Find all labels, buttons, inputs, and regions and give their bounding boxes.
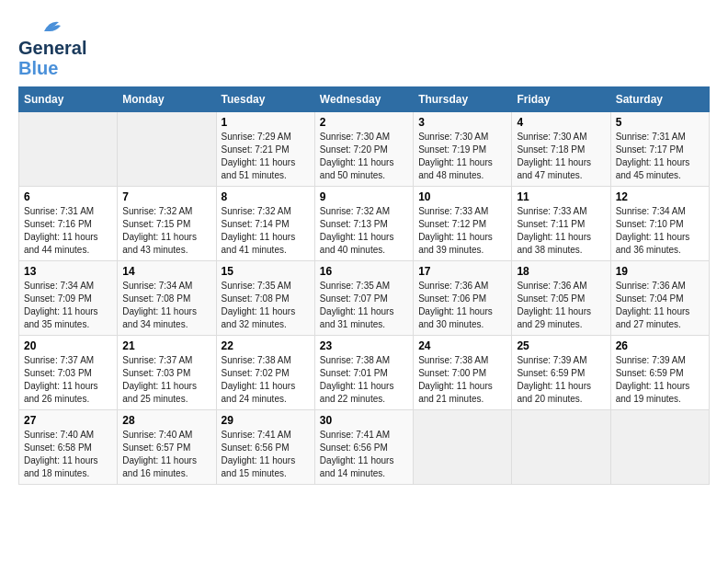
weekday-header-thursday: Thursday xyxy=(414,87,512,112)
calendar-cell: 26Sunrise: 7:39 AMSunset: 6:59 PMDayligh… xyxy=(610,336,709,410)
day-info: Sunrise: 7:40 AMSunset: 6:58 PMDaylight:… xyxy=(24,429,112,480)
day-number: 27 xyxy=(24,414,112,427)
calendar-cell: 13Sunrise: 7:34 AMSunset: 7:09 PMDayligh… xyxy=(19,261,118,336)
day-number: 17 xyxy=(418,265,506,278)
calendar-cell: 21Sunrise: 7:37 AMSunset: 7:03 PMDayligh… xyxy=(118,336,216,410)
logo: General Blue xyxy=(18,18,63,77)
day-number: 10 xyxy=(418,190,506,203)
weekday-header-wednesday: Wednesday xyxy=(314,87,413,112)
day-info: Sunrise: 7:30 AMSunset: 7:19 PMDaylight:… xyxy=(418,131,506,182)
calendar-cell: 16Sunrise: 7:35 AMSunset: 7:07 PMDayligh… xyxy=(314,261,413,336)
day-number: 6 xyxy=(24,190,112,203)
day-number: 12 xyxy=(616,190,704,203)
day-number: 8 xyxy=(222,190,310,203)
day-info: Sunrise: 7:38 AMSunset: 7:01 PMDaylight:… xyxy=(320,354,408,406)
day-info: Sunrise: 7:37 AMSunset: 7:03 PMDaylight:… xyxy=(24,354,112,406)
day-info: Sunrise: 7:31 AMSunset: 7:16 PMDaylight:… xyxy=(24,205,112,257)
day-number: 28 xyxy=(122,414,210,427)
calendar-cell: 14Sunrise: 7:34 AMSunset: 7:08 PMDayligh… xyxy=(118,261,216,336)
calendar-cell: 9Sunrise: 7:32 AMSunset: 7:13 PMDaylight… xyxy=(314,187,413,261)
day-number: 30 xyxy=(320,414,408,427)
week-row-1: 1Sunrise: 7:29 AMSunset: 7:21 PMDaylight… xyxy=(19,112,710,187)
day-number: 4 xyxy=(517,116,605,129)
day-info: Sunrise: 7:35 AMSunset: 7:08 PMDaylight:… xyxy=(222,280,310,331)
day-number: 9 xyxy=(320,190,408,203)
day-number: 25 xyxy=(517,339,605,352)
day-info: Sunrise: 7:33 AMSunset: 7:11 PMDaylight:… xyxy=(517,205,605,257)
day-number: 20 xyxy=(24,339,112,352)
calendar-cell: 3Sunrise: 7:30 AMSunset: 7:19 PMDaylight… xyxy=(414,112,512,187)
weekday-header-friday: Friday xyxy=(512,87,610,112)
day-number: 24 xyxy=(418,339,506,352)
calendar-cell xyxy=(610,410,709,485)
calendar-cell: 1Sunrise: 7:29 AMSunset: 7:21 PMDaylight… xyxy=(216,112,314,187)
calendar-cell: 27Sunrise: 7:40 AMSunset: 6:58 PMDayligh… xyxy=(19,410,118,485)
day-info: Sunrise: 7:31 AMSunset: 7:17 PMDaylight:… xyxy=(616,131,704,182)
day-info: Sunrise: 7:32 AMSunset: 7:15 PMDaylight:… xyxy=(122,205,210,257)
calendar-cell: 19Sunrise: 7:36 AMSunset: 7:04 PMDayligh… xyxy=(610,261,709,336)
day-number: 16 xyxy=(320,265,408,278)
day-number: 22 xyxy=(222,339,310,352)
calendar-cell: 17Sunrise: 7:36 AMSunset: 7:06 PMDayligh… xyxy=(414,261,512,336)
weekday-header-monday: Monday xyxy=(118,87,216,112)
day-number: 19 xyxy=(616,265,704,278)
day-info: Sunrise: 7:33 AMSunset: 7:12 PMDaylight:… xyxy=(418,205,506,257)
calendar-cell: 18Sunrise: 7:36 AMSunset: 7:05 PMDayligh… xyxy=(512,261,610,336)
day-number: 11 xyxy=(517,190,605,203)
day-number: 7 xyxy=(122,190,210,203)
day-number: 14 xyxy=(122,265,210,278)
calendar-cell: 24Sunrise: 7:38 AMSunset: 7:00 PMDayligh… xyxy=(414,336,512,410)
calendar-cell: 12Sunrise: 7:34 AMSunset: 7:10 PMDayligh… xyxy=(610,187,709,261)
day-info: Sunrise: 7:32 AMSunset: 7:13 PMDaylight:… xyxy=(320,205,408,257)
day-info: Sunrise: 7:34 AMSunset: 7:10 PMDaylight:… xyxy=(616,205,704,257)
week-row-3: 13Sunrise: 7:34 AMSunset: 7:09 PMDayligh… xyxy=(19,261,710,336)
day-info: Sunrise: 7:34 AMSunset: 7:08 PMDaylight:… xyxy=(122,280,210,331)
week-row-4: 20Sunrise: 7:37 AMSunset: 7:03 PMDayligh… xyxy=(19,336,710,410)
day-number: 13 xyxy=(24,265,112,278)
day-number: 26 xyxy=(616,339,704,352)
calendar-cell xyxy=(19,112,118,187)
calendar-cell: 23Sunrise: 7:38 AMSunset: 7:01 PMDayligh… xyxy=(314,336,413,410)
calendar-cell xyxy=(512,410,610,485)
day-number: 23 xyxy=(320,339,408,352)
day-info: Sunrise: 7:36 AMSunset: 7:04 PMDaylight:… xyxy=(616,280,704,331)
day-info: Sunrise: 7:34 AMSunset: 7:09 PMDaylight:… xyxy=(24,280,112,331)
day-info: Sunrise: 7:30 AMSunset: 7:18 PMDaylight:… xyxy=(517,131,605,182)
day-number: 3 xyxy=(418,116,506,129)
calendar-cell: 30Sunrise: 7:41 AMSunset: 6:56 PMDayligh… xyxy=(314,410,413,485)
day-info: Sunrise: 7:38 AMSunset: 7:00 PMDaylight:… xyxy=(418,354,506,406)
weekday-header-tuesday: Tuesday xyxy=(216,87,314,112)
page-header: General Blue xyxy=(18,18,710,77)
day-number: 29 xyxy=(222,414,310,427)
calendar-cell: 4Sunrise: 7:30 AMSunset: 7:18 PMDaylight… xyxy=(512,112,610,187)
day-info: Sunrise: 7:30 AMSunset: 7:20 PMDaylight:… xyxy=(320,131,408,182)
day-info: Sunrise: 7:38 AMSunset: 7:02 PMDaylight:… xyxy=(222,354,310,406)
calendar-cell: 22Sunrise: 7:38 AMSunset: 7:02 PMDayligh… xyxy=(216,336,314,410)
day-info: Sunrise: 7:37 AMSunset: 7:03 PMDaylight:… xyxy=(122,354,210,406)
calendar-cell: 8Sunrise: 7:32 AMSunset: 7:14 PMDaylight… xyxy=(216,187,314,261)
calendar-table: SundayMondayTuesdayWednesdayThursdayFrid… xyxy=(18,86,710,485)
calendar-cell: 25Sunrise: 7:39 AMSunset: 6:59 PMDayligh… xyxy=(512,336,610,410)
calendar-cell: 10Sunrise: 7:33 AMSunset: 7:12 PMDayligh… xyxy=(414,187,512,261)
day-info: Sunrise: 7:36 AMSunset: 7:05 PMDaylight:… xyxy=(517,280,605,331)
day-number: 5 xyxy=(616,116,704,129)
calendar-cell: 6Sunrise: 7:31 AMSunset: 7:16 PMDaylight… xyxy=(19,187,118,261)
day-info: Sunrise: 7:39 AMSunset: 6:59 PMDaylight:… xyxy=(616,354,704,406)
calendar-cell: 20Sunrise: 7:37 AMSunset: 7:03 PMDayligh… xyxy=(19,336,118,410)
day-info: Sunrise: 7:36 AMSunset: 7:06 PMDaylight:… xyxy=(418,280,506,331)
calendar-cell xyxy=(118,112,216,187)
day-info: Sunrise: 7:41 AMSunset: 6:56 PMDaylight:… xyxy=(320,429,408,480)
day-number: 15 xyxy=(222,265,310,278)
calendar-cell: 2Sunrise: 7:30 AMSunset: 7:20 PMDaylight… xyxy=(314,112,413,187)
day-info: Sunrise: 7:39 AMSunset: 6:59 PMDaylight:… xyxy=(517,354,605,406)
calendar-cell: 5Sunrise: 7:31 AMSunset: 7:17 PMDaylight… xyxy=(610,112,709,187)
day-number: 18 xyxy=(517,265,605,278)
week-row-5: 27Sunrise: 7:40 AMSunset: 6:58 PMDayligh… xyxy=(19,410,710,485)
calendar-cell: 11Sunrise: 7:33 AMSunset: 7:11 PMDayligh… xyxy=(512,187,610,261)
calendar-cell: 28Sunrise: 7:40 AMSunset: 6:57 PMDayligh… xyxy=(118,410,216,485)
calendar-cell: 7Sunrise: 7:32 AMSunset: 7:15 PMDaylight… xyxy=(118,187,216,261)
day-info: Sunrise: 7:32 AMSunset: 7:14 PMDaylight:… xyxy=(222,205,310,257)
logo-blue: Blue xyxy=(18,59,58,77)
day-number: 21 xyxy=(122,339,210,352)
weekday-header-sunday: Sunday xyxy=(19,87,118,112)
